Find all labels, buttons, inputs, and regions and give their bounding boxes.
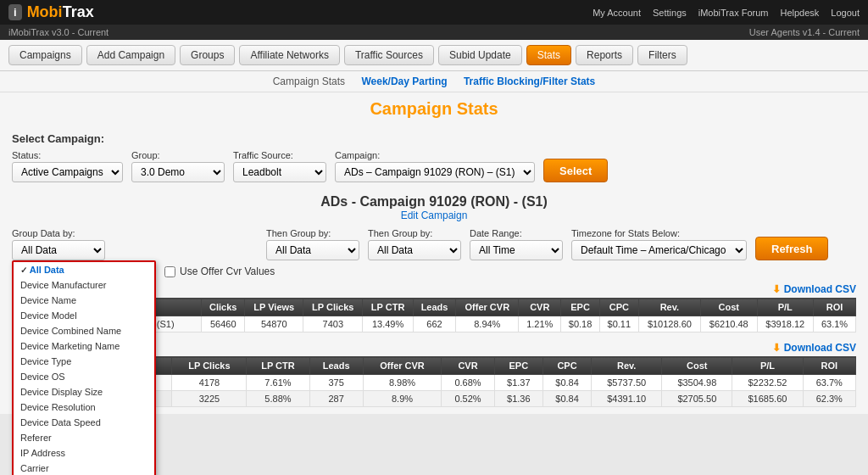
nav-traffic-sources[interactable]: Traffic Sources — [344, 45, 434, 65]
th-cost: Cost — [701, 299, 757, 316]
timezone-label: Timezone for Stats Below: — [571, 228, 747, 238]
row-leads: 287 — [309, 391, 363, 407]
dropdown-item-device-marketing-name[interactable]: Device Marketing Name — [14, 338, 154, 354]
th-clicks: Clicks — [202, 299, 245, 316]
offer-cvr-label: Use Offer Cvr Values — [180, 265, 275, 277]
sub-nav-traffic-blocking[interactable]: Traffic Blocking/Filter Stats — [464, 75, 595, 87]
dropdown-item-device-name[interactable]: Device Name — [14, 293, 154, 308]
row-lp-ctr: 5.88% — [247, 391, 309, 407]
logout-link[interactable]: Logout — [831, 8, 860, 18]
row-clicks: 56460 — [202, 316, 245, 332]
select-button[interactable]: Select — [543, 159, 608, 182]
main-content: Select Campaign: Status: Active Campaign… — [0, 126, 868, 414]
status-filter: Status: Active Campaigns — [12, 150, 123, 182]
row-rev: $4391.10 — [592, 391, 662, 407]
dropdown-item-device-display-size[interactable]: Device Display Size — [14, 384, 154, 400]
campaign-title: ADs - Campaign 91029 (RON) - (S1) — [12, 194, 856, 210]
my-account-link[interactable]: My Account — [593, 8, 641, 18]
dropdown-item-carrier[interactable]: Carrier — [14, 461, 154, 475]
date-range-label: Date Range: — [470, 228, 563, 238]
helpdesk-link[interactable]: Helpdesk — [780, 8, 819, 18]
dropdown-item-referer[interactable]: Referer — [14, 430, 154, 445]
date-range-select[interactable]: All Time — [470, 240, 563, 260]
edit-campaign-link[interactable]: Edit Campaign — [401, 210, 468, 221]
campaign-label: Campaign: — [335, 150, 535, 160]
nav-campaigns[interactable]: Campaigns — [8, 45, 82, 65]
row-pl: $1685.60 — [732, 391, 803, 407]
th-leads: Leads — [413, 299, 456, 316]
row-lp-clicks: 3225 — [172, 391, 247, 407]
campaign-select[interactable]: ADs – Campaign 91029 (RON) – (S1) — [335, 162, 535, 182]
row-cvr: 0.52% — [442, 391, 494, 407]
then-groupby-1: Then Group by: All Data — [266, 228, 359, 260]
dropdown-item-all-data[interactable]: All Data — [14, 262, 154, 277]
refresh-button[interactable]: Refresh — [755, 237, 828, 260]
row-roi: 62.3% — [803, 391, 855, 407]
download-csv-link-1[interactable]: ⬇ Download CSV — [772, 283, 856, 295]
th2-epc: EPC — [494, 357, 542, 375]
row-roi: 63.7% — [803, 375, 855, 391]
th2-cost: Cost — [662, 357, 732, 375]
th-lp-clicks: LP Clicks — [303, 299, 363, 316]
dropdown-item-device-model[interactable]: Device Model — [14, 308, 154, 323]
row-cvr: 0.68% — [442, 375, 494, 391]
then-groupby-select-2[interactable]: All Data — [368, 240, 461, 260]
th2-cpc: CPC — [542, 357, 591, 375]
nav-subid-update[interactable]: Subid Update — [438, 45, 522, 65]
dropdown-item-device-type[interactable]: Device Type — [14, 354, 154, 369]
offer-cvr-checkbox[interactable] — [164, 266, 175, 277]
version-bar: iMobiTrax v3.0 - Current User Agents v1.… — [0, 25, 868, 40]
page-title-bar: Campaign Stats — [0, 92, 868, 126]
th-lp-ctr: LP CTR — [363, 299, 413, 316]
row-cpc: $0.11 — [599, 316, 638, 332]
status-select[interactable]: Active Campaigns — [12, 162, 123, 182]
row-lp-clicks: 7403 — [303, 316, 363, 332]
th2-leads: Leads — [309, 357, 363, 375]
sub-nav-campaign-stats[interactable]: Campaign Stats — [273, 75, 345, 87]
imobitrax-forum-link[interactable]: iMobiTrax Forum — [698, 8, 769, 18]
sub-nav-week-day-parting[interactable]: Week/Day Parting — [361, 75, 447, 87]
top-navigation: i MobiTrax My Account Settings iMobiTrax… — [0, 0, 868, 25]
traffic-source-select[interactable]: Leadbolt — [233, 162, 326, 182]
th2-pl: P/L — [732, 357, 803, 375]
row-pl: $3918.12 — [757, 316, 813, 332]
dropdown-item-device-combined-name[interactable]: Device Combined Name — [14, 323, 154, 338]
row-offer-cvr: 8.94% — [456, 316, 519, 332]
row-leads: 375 — [309, 375, 363, 391]
groupby-section: Group Data by: All Data All Data Device … — [12, 228, 856, 407]
row-leads: 662 — [413, 316, 456, 332]
dropdown-item-ip-address[interactable]: IP Address — [14, 445, 154, 461]
download-csv-link-2[interactable]: ⬇ Download CSV — [772, 342, 856, 354]
row-roi: 63.1% — [814, 316, 856, 332]
version-current: iMobiTrax v3.0 - Current — [8, 27, 108, 37]
settings-link[interactable]: Settings — [653, 8, 687, 18]
dropdown-item-device-resolution[interactable]: Device Resolution — [14, 400, 154, 415]
th-pl: P/L — [757, 299, 813, 316]
row-lp-views: 54870 — [245, 316, 303, 332]
row-cost: $6210.48 — [701, 316, 757, 332]
nav-reports[interactable]: Reports — [576, 45, 633, 65]
nav-add-campaign[interactable]: Add Campaign — [86, 45, 175, 65]
select-campaign-label: Select Campaign: — [12, 132, 856, 145]
then-groupby-select-1[interactable]: All Data — [266, 240, 359, 260]
nav-affiliate-networks[interactable]: Affiliate Networks — [239, 45, 339, 65]
nav-stats[interactable]: Stats — [526, 45, 571, 65]
dropdown-item-device-os[interactable]: Device OS — [14, 369, 154, 384]
groupby-select[interactable]: All Data — [12, 240, 105, 260]
nav-filters[interactable]: Filters — [637, 45, 687, 65]
filter-row: Status: Active Campaigns Group: 3.0 Demo… — [12, 150, 856, 182]
group-select[interactable]: 3.0 Demo — [131, 162, 225, 182]
then-groupby-label-1: Then Group by: — [266, 228, 359, 238]
th-rev: Rev. — [638, 299, 700, 316]
sub-navigation: Campaign Stats Week/Day Parting Traffic … — [0, 71, 868, 92]
dropdown-item-device-manufacturer[interactable]: Device Manufacturer — [14, 277, 154, 293]
th2-cvr: CVR — [442, 357, 494, 375]
groupby-dropdown-menu: All Data Device Manufacturer Device Name… — [12, 260, 156, 475]
dropdown-item-device-data-speed[interactable]: Device Data Speed — [14, 415, 154, 430]
th-offer-cvr: Offer CVR — [456, 299, 519, 316]
nav-groups[interactable]: Groups — [180, 45, 235, 65]
th2-lp-clicks: LP Clicks — [172, 357, 247, 375]
timezone-select[interactable]: Default Time – America/Chicago — [571, 240, 747, 260]
traffic-source-filter: Traffic Source: Leadbolt — [233, 150, 326, 182]
user-agents-version: User Agents v1.4 - Current — [749, 27, 860, 37]
